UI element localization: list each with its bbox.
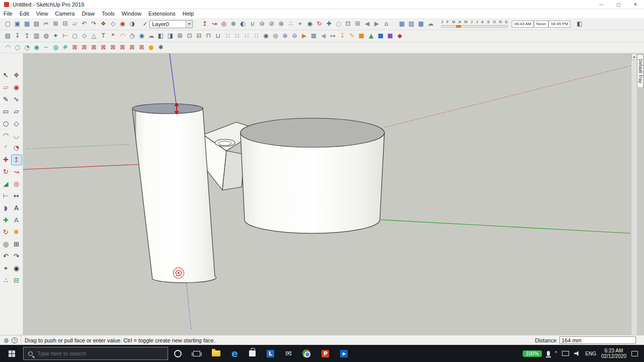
follow-me-tool[interactable]: ↝ [12,167,22,177]
search-input[interactable] [37,350,163,356]
mirror-selection-icon[interactable]: ⊠ [70,43,79,52]
align-bottom-icon[interactable]: ⊔ [213,31,223,41]
curve-tool-icon[interactable]: ~ [41,43,51,52]
extension-manager-icon[interactable]: ■ [385,31,395,41]
paint-bucket-tool[interactable]: ◉ [12,82,22,93]
microphone-icon[interactable] [547,351,550,356]
shadow-time-cell[interactable]: 06:43 AM [512,21,534,28]
menu-item[interactable]: Edit [16,11,33,17]
taskbar-clock[interactable]: 6:23 AM 02/12/2020 [601,348,626,359]
array-linear-icon[interactable]: ⊠ [79,43,89,52]
cortana-button[interactable] [168,345,187,362]
menu-item[interactable]: Window [118,11,145,17]
export-arrow-icon[interactable]: ↦ [328,31,338,41]
polygon-tool[interactable]: ◇ [12,119,22,129]
offset-icon[interactable]: ◎ [219,19,228,29]
import-icon[interactable]: ↧ [13,31,22,41]
position-camera-tool[interactable]: ⌖ [1,263,11,274]
standard-views-icon[interactable]: ⌂ [381,19,391,29]
two-point-arc-tool[interactable]: ◡ [12,131,22,141]
next-view-icon[interactable]: ▶ [372,19,381,29]
paste-icon[interactable]: ⊟ [60,19,70,29]
zoom-window-icon[interactable]: ⊡ [343,19,353,29]
open-model-icon[interactable]: ▣ [13,19,22,29]
orbit-tool[interactable]: ↻ [1,227,11,237]
round-corner-icon[interactable]: ◠ [3,43,13,52]
component-exchange-icon[interactable]: ◆ [395,31,405,41]
zoom-tool[interactable]: ◎ [1,239,11,249]
styles-dialog-icon[interactable]: ▨ [407,19,416,29]
menu-item[interactable]: View [33,11,52,17]
move-tool[interactable]: ✚ [1,155,11,165]
pattern-3-icon[interactable]: ∷ [242,31,252,41]
weld-edges-icon[interactable]: ⊠ [108,43,118,52]
dimension-tool[interactable]: ↔ [12,191,22,201]
sphere-tool-icon[interactable]: ○ [13,43,22,52]
menu-item[interactable]: Draw [78,11,98,17]
pipe-tool-icon[interactable]: ◉ [32,43,41,52]
undo-icon[interactable]: ↶ [79,19,89,29]
solar-north-icon[interactable]: ● [146,43,156,52]
play-animation-icon[interactable]: ▶ [299,31,309,41]
menu-item[interactable]: File [0,11,16,17]
drape-tool-icon[interactable]: ◍ [51,43,60,52]
select-tool[interactable]: ↖ [1,70,11,80]
drop-arrow-icon[interactable]: ↧ [338,31,347,41]
subtract-icon[interactable]: ⊖ [257,19,267,29]
scroll-up-icon[interactable]: ▲ [631,53,637,60]
close-button[interactable]: ✕ [627,0,644,9]
print-2-icon[interactable]: ▤ [3,31,13,41]
position-camera-icon[interactable]: ⌖ [295,19,305,29]
explode-all-icon[interactable]: ⊠ [118,43,127,52]
shell-tool-icon[interactable]: ◔ [22,43,32,52]
measurement-input[interactable] [559,336,636,344]
make-component-tool[interactable]: ❖ [12,70,22,80]
menu-item[interactable]: Tools [98,11,118,17]
previous-view-icon[interactable]: ◀ [362,19,372,29]
circle-tool-icon[interactable]: ○ [70,31,79,41]
chevron-down-icon[interactable]: ▾ [186,21,192,28]
maximize-button[interactable]: ▢ [610,0,627,9]
frame-b-icon[interactable]: ⊟ [194,31,204,41]
start-button[interactable] [0,345,23,362]
zoom-extents-icon[interactable]: ⊞ [353,19,362,29]
layer-dropdown[interactable]: Layer0 ▾ [149,20,193,28]
preferences-icon[interactable]: ✦ [51,31,60,41]
model-viewport[interactable] [23,53,631,335]
3d-text-tool[interactable]: A [12,215,22,225]
walk-tools-icon[interactable]: ∴ [286,19,295,29]
make-component-icon[interactable]: ❖ [99,19,108,29]
align-top-icon[interactable]: ⊓ [204,31,213,41]
rectangle-tool[interactable]: ▭ [1,107,11,117]
zoom-extents-tool[interactable]: ⊞ [12,239,22,249]
cleanup-model-icon[interactable]: ⊠ [137,43,146,52]
task-view-button[interactable] [187,345,206,362]
movies-icon[interactable]: ▶ [340,350,348,357]
freehand-tool[interactable]: ∿ [12,95,22,105]
model-tall-cylinder[interactable] [132,104,216,283]
powerpoint-icon[interactable]: P [321,350,329,357]
hidden-icons-chevron[interactable]: ^ [555,351,557,356]
scenes-dialog-icon[interactable]: ▦ [397,19,407,29]
pan-tool[interactable]: ✱ [12,227,22,237]
array-path-icon[interactable]: ⊠ [99,43,108,52]
look-around-tool[interactable]: ◉ [12,263,22,274]
help-icon[interactable]: ? [12,337,18,343]
text-tool-icon[interactable]: T [99,31,108,41]
zoom-icon[interactable]: ◌ [334,19,343,29]
action-center-icon[interactable] [631,351,638,356]
outer-shell-icon[interactable]: ◐ [238,19,248,29]
menu-item[interactable]: Camera [51,11,78,17]
export-pdf-icon[interactable]: ▥ [32,31,41,41]
asterisk-tool-icon[interactable]: * [108,31,118,41]
eraser-tool[interactable]: ▱ [1,82,11,93]
paint-bucket-icon[interactable]: ◉ [118,19,127,29]
menu-item[interactable]: Help [179,11,198,17]
new-model-icon[interactable]: ▢ [3,19,13,29]
styles-icon[interactable]: ◑ [127,19,137,29]
chrome-icon[interactable] [302,349,310,357]
brightness-icon[interactable]: ◨ [166,31,175,41]
erase-icon[interactable]: ▱ [70,19,79,29]
group-add-icon[interactable]: ⊕ [280,31,290,41]
geolocation-cloud-icon[interactable]: ☁ [426,19,435,29]
